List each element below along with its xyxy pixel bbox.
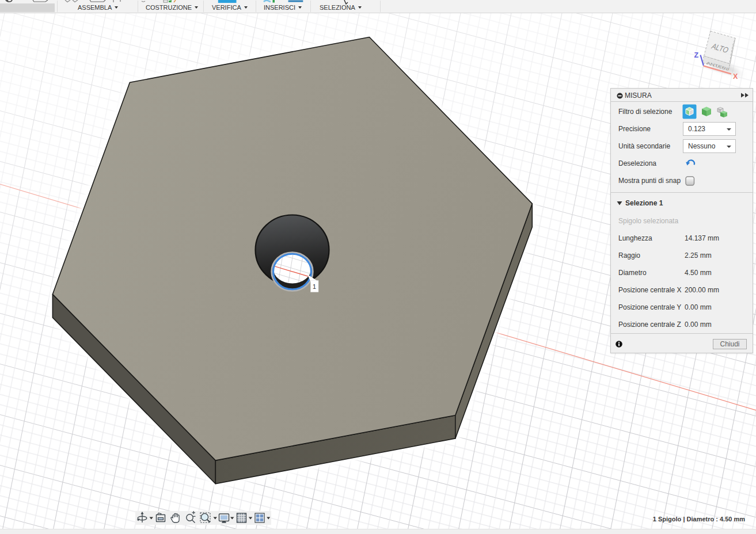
svg-text:Z: Z (694, 51, 699, 59)
svg-text:1: 1 (313, 283, 316, 290)
svg-text:X: X (733, 73, 738, 81)
